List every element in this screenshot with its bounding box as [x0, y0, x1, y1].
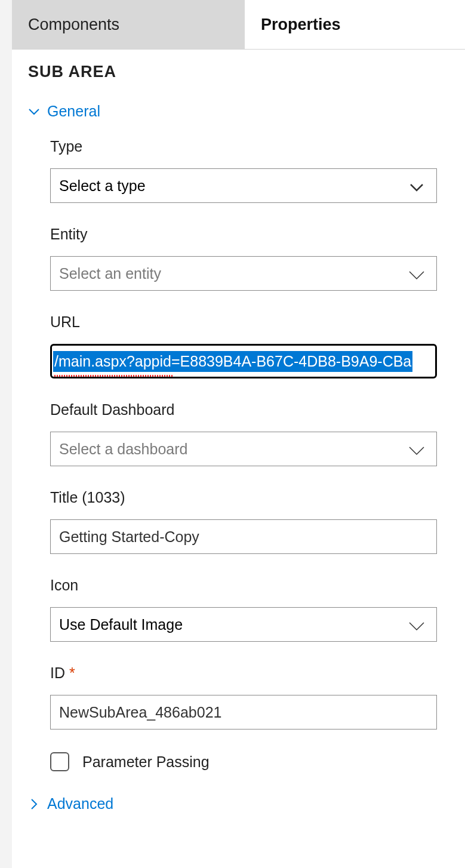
title-value: Getting Started-Copy	[59, 528, 199, 546]
field-default-dashboard: Default Dashboard Select a dashboard	[50, 401, 437, 466]
field-id: ID * NewSubArea_486ab021	[50, 664, 437, 730]
chevron-right-icon	[28, 798, 40, 810]
label-default-dashboard: Default Dashboard	[50, 401, 437, 418]
label-id: ID *	[50, 664, 437, 682]
field-title: Title (1033) Getting Started-Copy	[50, 489, 437, 554]
field-url: URL /main.aspx?appid=E8839B4A-B67C-4DB8-…	[50, 313, 437, 378]
chevron-down-icon	[408, 618, 426, 630]
select-dashboard-placeholder: Select a dashboard	[59, 441, 187, 458]
label-icon: Icon	[50, 577, 437, 594]
input-title[interactable]: Getting Started-Copy	[50, 519, 437, 554]
field-type: Type Select a type	[50, 138, 437, 203]
label-id-text: ID	[50, 664, 65, 681]
chevron-down-icon	[408, 180, 426, 192]
section-advanced-label: Advanced	[47, 795, 113, 812]
label-entity: Entity	[50, 226, 437, 243]
checkbox-parameter-passing[interactable]	[50, 752, 69, 771]
icon-value: Use Default Image	[59, 616, 183, 633]
content-area: General Type Select a type Entity Select…	[12, 103, 465, 812]
id-value: NewSubArea_486ab021	[59, 704, 221, 721]
label-url: URL	[50, 313, 437, 331]
select-type-value: Select a type	[59, 177, 146, 195]
label-parameter-passing: Parameter Passing	[82, 753, 210, 771]
tab-properties[interactable]: Properties	[245, 0, 465, 49]
chevron-down-icon	[408, 443, 426, 455]
field-icon: Icon Use Default Image	[50, 577, 437, 642]
select-entity[interactable]: Select an entity	[50, 256, 437, 291]
section-general-toggle[interactable]: General	[28, 103, 449, 120]
section-general-label: General	[47, 103, 100, 120]
input-id[interactable]: NewSubArea_486ab021	[50, 695, 437, 730]
chevron-down-icon	[408, 267, 426, 279]
page-title: SUB AREA	[12, 50, 465, 92]
general-fields: Type Select a type Entity Select an enti…	[28, 138, 449, 771]
section-advanced-toggle[interactable]: Advanced	[28, 795, 449, 812]
input-url[interactable]: /main.aspx?appid=E8839B4A-B67C-4DB8-B9A9…	[50, 344, 437, 378]
tab-components[interactable]: Components	[12, 0, 245, 49]
select-type[interactable]: Select a type	[50, 168, 437, 203]
required-mark: *	[69, 664, 75, 681]
properties-panel: Components Properties SUB AREA General T…	[12, 0, 465, 868]
field-entity: Entity Select an entity	[50, 226, 437, 291]
chevron-down-icon	[28, 106, 40, 118]
tab-bar: Components Properties	[12, 0, 465, 50]
spellcheck-wave	[53, 375, 173, 377]
field-parameter-passing: Parameter Passing	[50, 752, 437, 771]
select-icon[interactable]: Use Default Image	[50, 607, 437, 642]
label-type: Type	[50, 138, 437, 155]
label-title: Title (1033)	[50, 489, 437, 506]
select-default-dashboard[interactable]: Select a dashboard	[50, 432, 437, 466]
select-entity-placeholder: Select an entity	[59, 265, 161, 282]
url-value: /main.aspx?appid=E8839B4A-B67C-4DB8-B9A9…	[53, 351, 412, 372]
